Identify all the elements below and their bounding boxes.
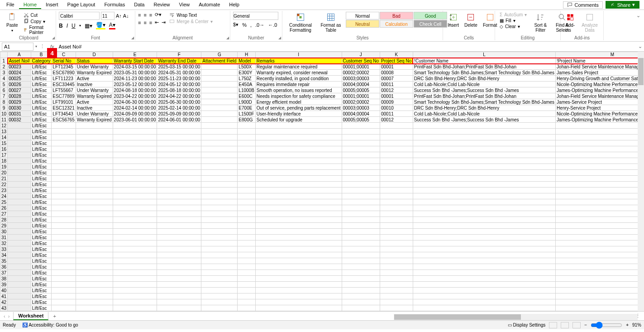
cell[interactable] bbox=[380, 123, 413, 129]
cell[interactable] bbox=[8, 241, 31, 246]
decrease-font-icon[interactable]: A↓ bbox=[123, 13, 129, 19]
header-cell[interactable]: Project Seq No bbox=[380, 58, 413, 64]
cell[interactable] bbox=[157, 152, 201, 158]
cell[interactable] bbox=[255, 282, 342, 288]
cell[interactable] bbox=[342, 170, 380, 176]
cell[interactable] bbox=[238, 264, 255, 270]
header-cell[interactable]: Warranty Start Date bbox=[113, 58, 157, 64]
cell[interactable]: 00032 bbox=[8, 117, 31, 123]
cell[interactable] bbox=[413, 199, 555, 205]
cell[interactable] bbox=[8, 270, 31, 276]
cell[interactable] bbox=[76, 229, 113, 235]
cell[interactable] bbox=[157, 129, 201, 135]
cell[interactable] bbox=[380, 252, 413, 258]
row-header-9[interactable]: 9 bbox=[0, 105, 8, 111]
row-header-17[interactable]: 17 bbox=[0, 152, 8, 158]
cell[interactable]: 00001;00001 bbox=[342, 64, 380, 70]
cell[interactable] bbox=[413, 258, 555, 264]
format-painter-button[interactable]: Format Painter bbox=[22, 24, 53, 35]
cell[interactable]: Lift/Esc bbox=[31, 205, 52, 211]
row-header-38[interactable]: 38 bbox=[0, 276, 8, 282]
view-layout-icon[interactable] bbox=[561, 322, 569, 328]
cell[interactable] bbox=[342, 294, 380, 299]
cell[interactable] bbox=[52, 123, 76, 129]
cell[interactable]: PrintFast Sdn Bhd-Johan;PrintFast Sdn Bh… bbox=[413, 64, 555, 70]
cell[interactable] bbox=[201, 123, 238, 129]
cell[interactable] bbox=[238, 193, 255, 199]
cell[interactable]: 00009 bbox=[380, 99, 413, 105]
cell[interactable]: 00028 bbox=[8, 93, 31, 99]
cell[interactable] bbox=[157, 123, 201, 129]
menu-formulas[interactable]: Formulas bbox=[100, 1, 129, 9]
cell[interactable] bbox=[238, 164, 255, 170]
col-header-M[interactable]: M bbox=[556, 52, 644, 58]
cell[interactable] bbox=[413, 193, 555, 199]
cell[interactable] bbox=[113, 229, 157, 235]
cell[interactable] bbox=[413, 282, 555, 288]
cell[interactable] bbox=[342, 211, 380, 217]
cell[interactable] bbox=[556, 299, 644, 305]
cell[interactable] bbox=[113, 246, 157, 252]
cell[interactable] bbox=[113, 129, 157, 135]
cell[interactable]: ESC77889 bbox=[52, 93, 76, 99]
cell[interactable]: 2023-06-01 00:00:00 bbox=[113, 117, 157, 123]
cell[interactable] bbox=[201, 299, 238, 305]
cell[interactable] bbox=[157, 193, 201, 199]
cell[interactable] bbox=[76, 299, 113, 305]
row-header-32[interactable]: 32 bbox=[0, 241, 8, 246]
row-header-40[interactable]: 40 bbox=[0, 288, 8, 294]
cell[interactable]: Under Warranty bbox=[76, 64, 113, 70]
row-header-21[interactable]: 21 bbox=[0, 176, 8, 182]
cell[interactable]: 00005;00005 bbox=[342, 117, 380, 123]
cell[interactable] bbox=[342, 176, 380, 182]
cell[interactable]: James-Optimizing Machine Performance bbox=[556, 87, 644, 93]
tab-next-icon[interactable]: › bbox=[8, 313, 10, 319]
decrease-decimal-button[interactable]: ←.0 bbox=[268, 22, 277, 28]
cell[interactable]: 2024-06-30 00:00:00 bbox=[113, 99, 157, 105]
formula-menu-icon[interactable]: ⋮ bbox=[40, 43, 45, 49]
percent-button[interactable]: % bbox=[242, 22, 247, 28]
cell[interactable]: 2024-06-01 00:00:00 bbox=[157, 117, 201, 123]
cell[interactable] bbox=[556, 270, 644, 276]
cell[interactable]: 00001;00001 bbox=[342, 93, 380, 99]
select-all-corner[interactable] bbox=[0, 52, 8, 58]
cell[interactable]: 00029 bbox=[8, 99, 31, 105]
cell[interactable] bbox=[201, 305, 238, 311]
cell[interactable]: Success Sdn Bhd -James;Success Sdn Bhd -… bbox=[413, 87, 555, 93]
row-header-36[interactable]: 36 bbox=[0, 264, 8, 270]
cell[interactable]: 00023 bbox=[8, 64, 31, 70]
cell[interactable] bbox=[157, 229, 201, 235]
cell[interactable] bbox=[201, 252, 238, 258]
cell[interactable] bbox=[556, 146, 644, 152]
cell[interactable]: 2023-04-22 00:00:00 bbox=[113, 93, 157, 99]
horizontal-scrollbar[interactable] bbox=[394, 314, 638, 320]
cell[interactable] bbox=[238, 270, 255, 276]
cell[interactable] bbox=[380, 182, 413, 188]
font-name-select[interactable] bbox=[59, 12, 100, 20]
cell[interactable] bbox=[238, 294, 255, 299]
header-cell[interactable]: Asset No# bbox=[8, 58, 31, 64]
cell[interactable]: ESC33445 bbox=[52, 82, 76, 87]
row-header-14[interactable]: 14 bbox=[0, 135, 8, 140]
cell[interactable] bbox=[76, 241, 113, 246]
cell[interactable] bbox=[255, 152, 342, 158]
cell[interactable] bbox=[413, 158, 555, 164]
cell[interactable]: Energy efficient model bbox=[255, 99, 342, 105]
row-header-33[interactable]: 33 bbox=[0, 246, 8, 252]
cell[interactable] bbox=[342, 235, 380, 241]
row-header-24[interactable]: 24 bbox=[0, 193, 8, 199]
cell[interactable] bbox=[342, 140, 380, 146]
cell[interactable]: Warranty Expired bbox=[76, 93, 113, 99]
orientation-icon[interactable]: ⟳▾ bbox=[155, 12, 162, 18]
cell[interactable] bbox=[201, 158, 238, 164]
row-header-26[interactable]: 26 bbox=[0, 205, 8, 211]
cell[interactable] bbox=[157, 188, 201, 193]
cell[interactable]: Lift/Esc bbox=[31, 235, 52, 241]
cell[interactable] bbox=[342, 282, 380, 288]
cell[interactable] bbox=[76, 199, 113, 205]
cell[interactable] bbox=[8, 146, 31, 152]
cell[interactable] bbox=[342, 193, 380, 199]
addins-button[interactable]: Add-ins bbox=[563, 12, 577, 34]
cell[interactable] bbox=[157, 140, 201, 146]
cell[interactable] bbox=[8, 217, 31, 223]
